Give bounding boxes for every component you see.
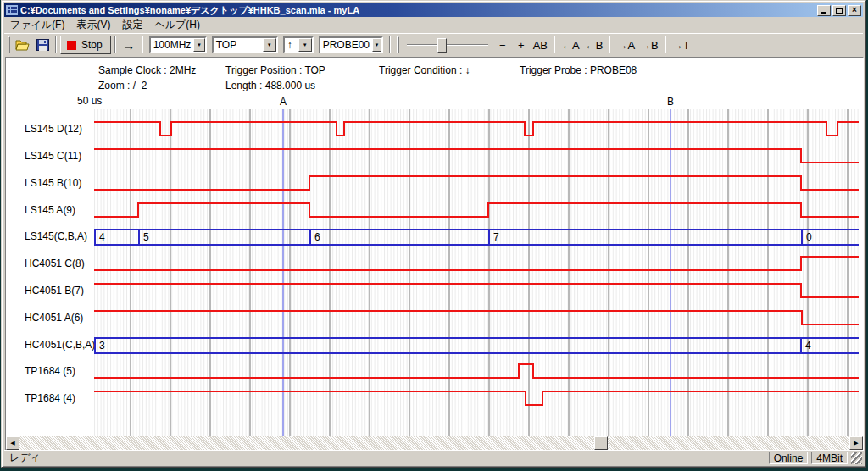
resize-grip[interactable] <box>851 452 862 464</box>
toolbar-gripper[interactable] <box>8 36 10 53</box>
bus-value: 7 <box>493 231 499 243</box>
title-bar[interactable]: C:¥Documents and Settings¥noname¥デスクトップ¥… <box>4 3 863 17</box>
channel-label: HC4051 A(6) <box>25 312 83 325</box>
sample-clock-combo[interactable]: 100MHz ▼ <box>149 36 207 53</box>
zoom-out-button[interactable]: − <box>493 36 512 54</box>
fine-grid <box>94 109 859 436</box>
menu-settings[interactable]: 設定 <box>116 17 148 33</box>
goto-trigger-button[interactable]: →T <box>670 36 693 54</box>
open-folder-icon <box>15 39 31 51</box>
toolbar: Stop → 100MHz ▼ TOP ▼ ↑ ▼ PROBE00 ▼ − + … <box>4 33 863 56</box>
horizontal-scrollbar[interactable]: ◀ ▶ <box>6 436 863 450</box>
menu-file[interactable]: ファイル(F) <box>4 17 70 33</box>
bus-value: 5 <box>143 231 149 243</box>
toolbar-separator <box>114 36 116 53</box>
chevron-down-icon[interactable]: ▼ <box>372 38 381 52</box>
save-button[interactable] <box>33 36 52 54</box>
scroll-right-icon: ▶ <box>854 440 858 446</box>
chevron-down-icon[interactable]: ▼ <box>263 38 276 52</box>
app-window: C:¥Documents and Settings¥noname¥デスクトップ¥… <box>1 0 866 468</box>
ab-range-button[interactable]: AB <box>531 36 550 54</box>
scroll-left-icon: ◀ <box>10 440 14 446</box>
toolbar-gripper[interactable] <box>397 36 399 53</box>
waveform-plot[interactable]: 4567034 <box>94 109 860 437</box>
sample-clock-info: Sample Clock : 2MHz <box>98 64 196 76</box>
toolbar-separator <box>389 36 391 53</box>
toolbar-separator <box>142 36 143 53</box>
channel-label: LS145 A(9) <box>25 204 75 218</box>
time-scale-label: 50 us <box>77 95 102 107</box>
channel-label: LS145 C(11) <box>25 150 81 163</box>
scroll-right-button[interactable]: ▶ <box>849 436 863 450</box>
trigger-position-info: Trigger Position : TOP <box>225 64 326 76</box>
status-message: レディ <box>4 451 769 465</box>
bus-value: 6 <box>314 231 320 243</box>
zoom-slider-thumb[interactable] <box>437 38 447 53</box>
menu-view[interactable]: 表示(V) <box>70 17 116 33</box>
run-arrow-icon: → <box>122 38 135 53</box>
channel-label: LS145 B(10) <box>25 177 81 191</box>
toolbar-separator <box>665 36 666 53</box>
goto-marker-a-left-button[interactable]: ←A <box>559 36 582 54</box>
channel-label: HC4051 B(7) <box>25 285 84 298</box>
trigger-condition-info: Trigger Condition : ↓ <box>379 64 470 76</box>
waveform-canvas[interactable]: 4567034 <box>94 109 860 437</box>
scrollbar-thumb[interactable] <box>594 436 608 450</box>
trigger-probe-combo[interactable]: PROBE00 ▼ <box>319 36 383 53</box>
close-button[interactable]: × <box>848 5 861 16</box>
bus-value: 3 <box>99 340 105 352</box>
zoom-info: Zoom : / 2 <box>98 80 147 91</box>
waveform-view: Sample Clock : 2MHz Trigger Position : T… <box>5 57 864 451</box>
trigger-probe-info: Trigger Probe : PROBE08 <box>520 64 637 76</box>
channel-label: LS145 D(12) <box>25 123 82 136</box>
stop-icon <box>67 41 76 50</box>
online-status-badge: Online <box>769 452 809 464</box>
window-title: C:¥Documents and Settings¥noname¥デスクトップ¥… <box>20 4 817 17</box>
channel-label: LS145(C,B,A) <box>25 230 87 244</box>
goto-marker-b-left-button[interactable]: ←B <box>582 36 606 54</box>
channel-label: TP1684 (5) <box>25 365 75 379</box>
length-info: Length : 488.000 us <box>225 80 315 91</box>
goto-marker-a-right-button[interactable]: →A <box>614 36 637 54</box>
minimize-icon <box>821 12 826 14</box>
menu-help[interactable]: ヘルプ(H) <box>148 17 206 33</box>
open-button[interactable] <box>13 36 33 54</box>
trigger-position-combo[interactable]: TOP ▼ <box>212 36 278 53</box>
goto-marker-b-right-button[interactable]: →B <box>637 36 661 54</box>
channel-label: HC4051 C(8) <box>25 258 85 271</box>
app-icon <box>6 5 18 15</box>
bus-value: 4 <box>805 340 811 352</box>
close-icon: × <box>852 6 857 14</box>
chevron-down-icon[interactable]: ▼ <box>298 38 312 52</box>
run-button[interactable]: → <box>120 36 138 54</box>
maximize-icon <box>836 8 843 14</box>
floppy-save-icon <box>36 39 49 51</box>
channel-label: TP1684 (4) <box>25 392 75 406</box>
zoom-slider-track[interactable] <box>407 44 488 46</box>
trigger-edge-combo[interactable]: ↑ ▼ <box>283 36 314 53</box>
toolbar-separator <box>554 36 555 53</box>
zoom-slider[interactable] <box>405 36 490 54</box>
channel-label: HC4051(C,B,A) <box>25 339 95 352</box>
toolbar-separator <box>55 36 57 53</box>
minimize-button[interactable] <box>817 5 831 16</box>
scroll-left-button[interactable]: ◀ <box>6 436 19 450</box>
memory-status-badge: 4MBit <box>811 452 848 464</box>
status-bar: レディ Online 4MBit <box>4 450 863 465</box>
zoom-in-button[interactable]: + <box>512 36 531 54</box>
toolbar-separator <box>609 36 610 53</box>
stop-button[interactable]: Stop <box>60 36 111 54</box>
bus-value: 0 <box>806 231 812 243</box>
marker-label-A: A <box>276 96 290 108</box>
maximize-button[interactable] <box>832 5 846 16</box>
bus-value: 4 <box>99 231 105 243</box>
menu-bar: ファイル(F) 表示(V) 設定 ヘルプ(H) <box>4 18 863 32</box>
chevron-down-icon[interactable]: ▼ <box>193 38 204 52</box>
marker-label-B: B <box>664 96 677 108</box>
